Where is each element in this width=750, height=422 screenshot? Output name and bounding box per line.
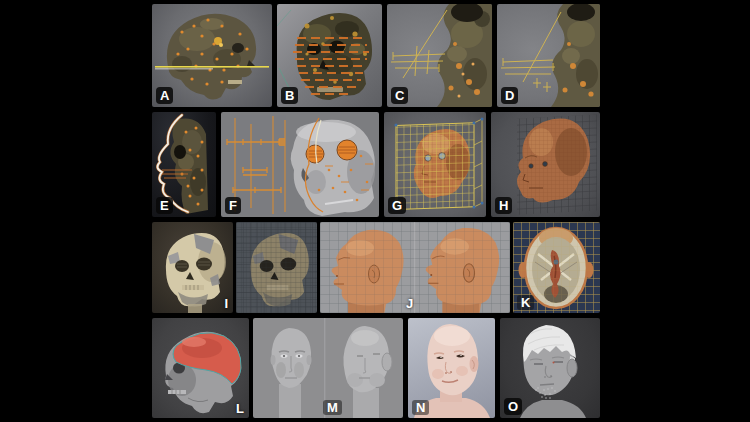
panel-o-head-with-hair: O xyxy=(500,318,600,418)
panel-m-gray-head-pair: M xyxy=(253,318,403,418)
head-profiles-illustration xyxy=(320,222,510,313)
eyeball-placement-illustration xyxy=(221,112,379,217)
panel-k-label: K xyxy=(517,295,534,310)
panel-g-label: G xyxy=(388,197,406,214)
panel-o-label: O xyxy=(504,398,522,415)
panel-i-label: I xyxy=(224,297,228,310)
panel-c-label: C xyxy=(391,87,408,104)
panel-k-skull-top-view: K xyxy=(513,222,600,313)
red-calvaria-illustration xyxy=(152,318,249,418)
panel-h-deformed-head-lattice: H xyxy=(491,112,600,217)
panel-i-skull-pair: I xyxy=(152,222,317,313)
panel-b-skull-frontal-guides: B xyxy=(277,4,382,107)
panel-f-eyeball-placement-measurements: F xyxy=(221,112,379,217)
panel-l-label: L xyxy=(236,402,244,415)
ivory-skull-illustration xyxy=(152,222,233,313)
panel-m-label: M xyxy=(323,400,342,415)
panel-i-skull-render: I xyxy=(152,222,233,313)
panel-c-nasal-projection-1: C xyxy=(387,4,492,107)
panel-f-label: F xyxy=(225,197,241,214)
panel-d-label: D xyxy=(501,87,518,104)
panel-j-label: J xyxy=(406,297,413,310)
panel-a-skull-lateral-tissue-markers: A xyxy=(152,4,272,107)
panel-e-profile-outline: E xyxy=(152,112,216,217)
panel-i-skull-wireframe xyxy=(236,222,317,313)
panel-l-skull-red-calvaria: L xyxy=(152,318,249,418)
panel-b-label: B xyxy=(281,87,298,104)
panel-j-head-profiles-grid: J xyxy=(320,222,510,313)
panel-g-head-lattice-cage: G xyxy=(384,112,486,217)
panel-n-textured-head: N xyxy=(408,318,495,418)
panel-h-label: H xyxy=(495,197,512,214)
wireframe-skull-illustration xyxy=(236,222,317,313)
panel-n-label: N xyxy=(412,400,429,415)
panel-e-label: E xyxy=(156,197,173,214)
panel-a-label: A xyxy=(156,87,173,104)
panel-d-nasal-projection-2: D xyxy=(497,4,600,107)
reconstruction-figure: A xyxy=(0,0,750,422)
